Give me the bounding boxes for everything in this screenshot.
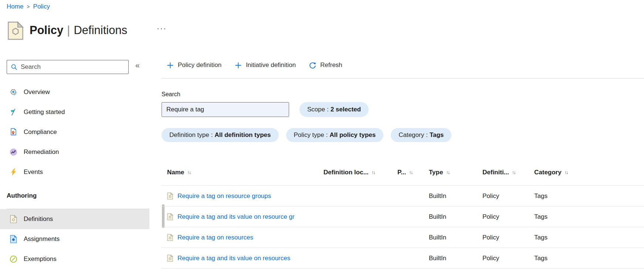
definition-link[interactable]: Require a tag on resource groups <box>177 192 271 200</box>
sidebar-collapse-button[interactable]: « <box>135 61 140 70</box>
sidebar-search-input[interactable] <box>21 63 125 71</box>
sort-icon: ↑↓ <box>512 170 515 175</box>
sidebar-item-overview[interactable]: Overview <box>0 82 149 102</box>
flag-icon <box>10 108 17 116</box>
refresh-icon <box>309 61 316 69</box>
filter-pill-row: Definition type:All definition types Pol… <box>162 128 451 142</box>
definition-link[interactable]: Require a tag and its value on resources <box>177 255 290 262</box>
breadcrumb-home-link[interactable]: Home <box>7 3 23 10</box>
sidebar-nav: Overview Getting started Compliance <box>0 82 149 269</box>
definition-type-filter-pill[interactable]: Definition type:All definition types <box>162 128 279 142</box>
search-icon <box>11 64 17 70</box>
table-row: Require a tag on resources BuiltIn Polic… <box>162 227 644 248</box>
page-title: Policy|Definitions <box>30 22 127 38</box>
policy-definition-icon <box>167 234 173 241</box>
definition-search-input[interactable] <box>162 102 289 117</box>
definitions-pane: Policy definition Initiative definition … <box>162 0 644 275</box>
policy-definition-icon <box>167 192 173 199</box>
policy-definition-icon <box>167 213 173 220</box>
refresh-button[interactable]: Refresh <box>309 61 342 69</box>
table-header-row: Name↑↓ Definition loc...↑↓ P...↑↓ Type↑↓… <box>162 159 644 186</box>
sort-icon: ↑↓ <box>446 170 449 175</box>
certificate-document-icon <box>10 128 17 136</box>
column-header-category[interactable]: Category↑↓ <box>534 169 644 176</box>
definitions-document-icon <box>10 215 17 223</box>
scope-filter-pill[interactable]: Scope:2 selected <box>299 102 369 117</box>
sidebar-item-events[interactable]: Events <box>0 162 149 182</box>
breadcrumb-policy-link[interactable]: Policy <box>33 3 50 10</box>
resource-menu-sidebar: « Overview Getting started <box>0 52 149 275</box>
assignments-document-icon <box>10 235 17 243</box>
sidebar-search-box[interactable] <box>7 60 129 74</box>
sort-icon: ↑↓ <box>372 170 375 175</box>
policy-type-filter-pill[interactable]: Policy type:All policy types <box>286 128 384 142</box>
authoring-section-title: Authoring <box>0 189 149 203</box>
category-filter-pill[interactable]: Category:Tags <box>391 128 451 142</box>
trend-arrow-icon <box>10 148 17 156</box>
column-header-name[interactable]: Name↑↓ <box>167 169 323 176</box>
sidebar-item-exemptions[interactable]: Exemptions <box>0 249 149 269</box>
definition-link[interactable]: Require a tag on resources <box>177 234 253 241</box>
definitions-table: Name↑↓ Definition loc...↑↓ P...↑↓ Type↑↓… <box>162 159 644 269</box>
exemption-circle-icon <box>10 255 17 263</box>
lightning-icon <box>10 168 17 176</box>
table-row: Require a tag and its value on resources… <box>162 248 644 269</box>
chevron-right-icon: > <box>27 4 30 10</box>
initiative-definition-button[interactable]: Initiative definition <box>234 61 296 69</box>
command-bar: Policy definition Initiative definition … <box>162 57 644 73</box>
column-header-type[interactable]: Type↑↓ <box>429 169 482 176</box>
table-row: Require a tag and its value on resource … <box>162 207 644 227</box>
sidebar-item-assignments[interactable]: Assignments <box>0 229 149 249</box>
search-field-label: Search <box>162 91 180 98</box>
table-row: Require a tag on resource groups BuiltIn… <box>162 186 644 207</box>
sort-icon: ↑↓ <box>565 170 568 175</box>
policy-page-icon <box>7 21 24 40</box>
policy-definition-icon <box>167 255 173 262</box>
definition-link[interactable]: Require a tag and its value on resource … <box>177 213 295 221</box>
column-header-policies[interactable]: P...↑↓ <box>397 169 429 176</box>
column-header-definition-location[interactable]: Definition loc...↑↓ <box>323 169 397 176</box>
sidebar-item-getting-started[interactable]: Getting started <box>0 102 149 122</box>
sidebar-item-compliance[interactable]: Compliance <box>0 122 149 142</box>
overview-icon <box>10 88 17 96</box>
plus-icon <box>234 61 242 69</box>
toolbar-divider <box>162 78 644 78</box>
title-separator: | <box>67 24 70 37</box>
sidebar-item-remediation[interactable]: Remediation <box>0 142 149 162</box>
sort-icon: ↑↓ <box>409 170 412 175</box>
breadcrumb: Home > Policy <box>7 3 50 10</box>
column-header-definition-type[interactable]: Definiti...↑↓ <box>482 169 534 176</box>
sort-icon: ↑↓ <box>187 170 190 175</box>
plus-icon <box>166 61 174 69</box>
sidebar-item-definitions[interactable]: Definitions <box>0 209 149 229</box>
policy-definition-button[interactable]: Policy definition <box>166 61 221 69</box>
